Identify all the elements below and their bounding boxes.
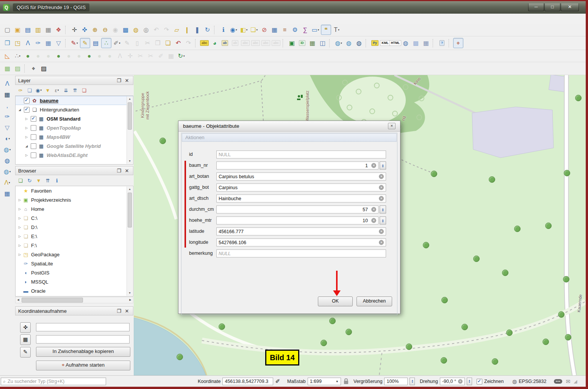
clear-field-icon[interactable]: ✕ [371,218,376,223]
clear-field-icon[interactable]: ✕ [379,240,384,245]
close-panel-icon[interactable]: ✕ [124,168,130,174]
layer-item-maps4bw[interactable]: ▷ ▦ Maps4BW [16,132,133,141]
tree-expander-icon[interactable]: ▷ [17,235,22,238]
field-spinner[interactable]: ▲▼ [380,162,386,169]
browser-item-favoriten[interactable]: ★ Favoriten [16,186,133,195]
tree-expander-icon[interactable]: ▷ [17,216,22,220]
tree-expander-icon[interactable]: ◢ [24,144,29,148]
crs-picker-icon[interactable]: ✜ [20,322,31,333]
zoom-last-icon[interactable]: ↶ [152,25,161,35]
close-panel-icon[interactable]: ✕ [124,308,130,314]
cancel-button[interactable]: Abbrechen [357,296,392,306]
new-shapefile-icon[interactable]: Λ▾ [3,178,12,187]
field-input[interactable]: NULL [216,151,386,158]
tree-expander-icon[interactable]: ▷ [17,253,22,256]
log-messages-icon[interactable]: ✉ [566,378,570,384]
add-group-icon[interactable]: ❏ [25,86,34,94]
metasearch-icon[interactable]: ◍▾ [334,38,343,48]
import-photos-icon[interactable]: ⌖ [29,64,38,73]
browser-item-e-drive[interactable]: ▷ ❏ E:\ [16,232,133,241]
menu-masche[interactable] [83,17,92,20]
add-ring-icon[interactable]: ● [44,51,53,61]
layer-visibility-checkbox[interactable] [24,107,30,113]
rotate-point-icon[interactable]: ✐ [156,51,166,61]
add-part-icon[interactable]: ● [64,51,74,61]
coordinate-capture-icon[interactable]: ⌖ [453,38,463,48]
save-layer-edits-icon[interactable]: ▤ [91,38,100,48]
zoom-full-icon[interactable]: ▩ [121,25,130,35]
refresh-browser-icon[interactable]: ↻ [25,176,34,185]
browser-item-d-drive[interactable]: ▷ ❏ D:\ [16,223,133,232]
offline-editing-icon[interactable]: ◫ [318,38,327,48]
search-input[interactable]: ⌕ Zu suchender Typ (Strg+K) [1,378,106,385]
tree-expander-icon[interactable]: ▷ [17,207,22,211]
new-bookmark-icon[interactable]: ❙ [182,25,192,35]
zoom-next-icon[interactable]: ↷ [162,25,171,35]
add-vector-nodes-icon[interactable]: Λ [23,38,33,48]
identify-features-icon[interactable]: ℹ [219,25,228,35]
copy-to-clipboard-button[interactable]: In Zwischenablage kopieren [36,347,130,357]
redo-icon[interactable]: ↷ [184,38,193,48]
menu-layer[interactable] [25,17,33,20]
track-mouse-icon[interactable]: ✎ [20,347,31,358]
menu-vektor[interactable] [50,17,58,20]
layer-visibility-checkbox[interactable] [31,143,36,149]
layout-manager-icon[interactable]: ▦ [44,25,53,35]
messages-bubble-icon[interactable]: ••• [554,379,562,384]
add-virtual-layer-icon[interactable]: ▽ [54,38,63,48]
clear-field-icon[interactable]: ✕ [379,174,384,179]
browser-item-home[interactable]: ▷ ⌂ Home [16,204,133,213]
toggle-editing-icon[interactable]: ✎ [80,38,90,48]
menu-ansicht[interactable] [17,17,25,20]
clear-field-icon[interactable]: ✕ [379,185,384,190]
tree-expander-icon[interactable]: ▷ [24,135,29,139]
delete-selected-icon[interactable]: ▯ [133,38,142,48]
layer-item-hintergrundkarten[interactable]: ◢ ❏ Hintergrundkarten [16,105,133,114]
grid-icon[interactable]: ▦ [20,334,31,345]
zoom-to-layer-icon[interactable]: ◍ [131,25,141,35]
layer-item-baeume[interactable]: ✿ baeume [16,96,133,105]
tree-expander-icon[interactable]: ◢ [17,108,22,111]
circular-string-icon[interactable]: ↻▾ [177,51,186,61]
layer-styling-icon[interactable]: ◕ [210,38,219,48]
tile-globe-icon[interactable]: ◍ [401,38,410,48]
layer-item-osm-standard[interactable]: ▷ ▦ OSM Standard [16,114,133,123]
deselect-features-icon[interactable]: ⊘ [260,25,269,35]
change-label-icon[interactable]: abc [271,38,281,48]
browser-tree-scrollbar[interactable]: ▲▼ [127,187,133,296]
manage-visibility-icon[interactable]: ◉▾ [34,86,43,94]
tree-expander-icon[interactable]: ▷ [24,117,29,121]
field-spinner[interactable]: ▲▼ [380,205,386,213]
add-mssql-layer-icon[interactable]: ▦ [44,38,53,48]
add-delimited-text-icon[interactable]: , [3,101,12,110]
expand-all-icon[interactable]: ⇊ [62,86,70,94]
tree-expander-icon[interactable]: ▷ [17,226,22,229]
layer-visibility-checkbox[interactable] [31,125,36,131]
add-geopackage-layer-icon[interactable]: ◳ [13,38,22,48]
statistics-abacus-icon[interactable]: ≡ [280,25,289,35]
clear-field-icon[interactable]: ✕ [371,207,376,212]
osm-place-search-icon[interactable]: ▣ [287,38,297,48]
menu-web[interactable] [75,17,83,20]
new-project-icon[interactable]: ▢ [3,25,12,35]
layer-item-webatlasde-light[interactable]: ▷ ▦ WebAtlasDE.light [16,151,133,160]
rotate-feature-icon[interactable]: ● [23,51,33,61]
lock-scale-icon[interactable] [344,381,348,384]
add-record-icon[interactable]: ∴ [101,38,111,48]
pan-to-selection-icon[interactable]: ✜ [80,25,89,35]
snapping-options-icon[interactable]: ◺ [3,51,12,61]
float-panel-icon[interactable]: ❐ [116,308,122,314]
current-edits-icon[interactable]: ✎▾ [70,38,79,48]
fill-ring-icon[interactable]: ● [54,51,63,61]
tree-expander-icon[interactable]: ▷ [17,198,22,202]
show-bookmarks-icon[interactable]: ❚ [192,25,202,35]
browser-collapse-all-icon[interactable]: ⇈ [44,176,52,185]
save-project-icon[interactable]: ▤ [23,25,33,35]
minimize-button[interactable]: ─ [528,3,544,11]
rotation-field[interactable]: -90,0 ° ✕ [440,378,465,385]
close-panel-icon[interactable]: ✕ [124,78,130,83]
pin-labels-icon[interactable]: ab [220,38,230,48]
layer-tree-scrollbar[interactable]: ▲▼ [127,96,133,164]
color-grid-icon[interactable]: ▩ [411,38,421,48]
layer-item-opentopomap[interactable]: ▷ ▦ OpenTopoMap [16,123,133,132]
